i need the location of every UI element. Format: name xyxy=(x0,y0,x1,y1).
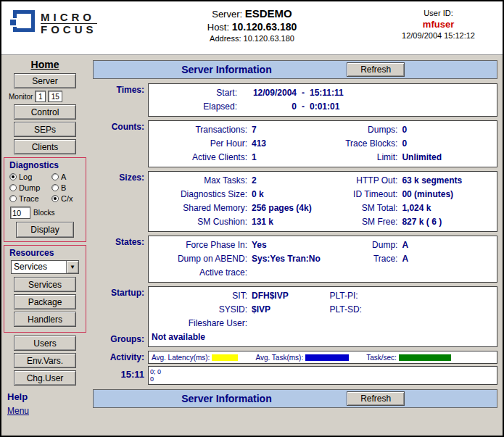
server-identity-block: Server: ESDEMO Host: 10.120.63.180 Addre… xyxy=(207,7,297,43)
stat-sm-total: SM Total:1,024 k xyxy=(329,201,494,215)
server-button[interactable]: Server xyxy=(14,73,76,88)
legend-task-sec: Task/sec: xyxy=(366,354,451,362)
diagnostics-title: Diagnostics xyxy=(9,160,84,170)
clients-button[interactable]: Clients xyxy=(14,139,76,154)
start-separator: - xyxy=(297,88,310,98)
blocks-input[interactable] xyxy=(10,207,30,219)
stat-dumps: Dumps:0 xyxy=(329,123,494,137)
latency-color-swatch xyxy=(212,354,238,361)
stat-sm-cushion: SM Cushion:131 k xyxy=(152,215,329,229)
logo-wordmark: MICRO FOCUS xyxy=(41,12,97,36)
panel-footer-bar: Server Information Refresh xyxy=(93,389,497,408)
package-button[interactable]: Package xyxy=(14,294,76,309)
home-link[interactable]: Home xyxy=(1,59,88,70)
radio-cx-icon[interactable] xyxy=(51,195,59,202)
microfocus-logo: MICRO FOCUS xyxy=(9,10,97,36)
envvars-button[interactable]: Env.Vars. xyxy=(14,353,76,368)
stat-sysid: SYSID:$IVP xyxy=(152,303,329,317)
radio-b-icon[interactable] xyxy=(51,184,59,191)
elapsed-time: 0:01:01 xyxy=(310,101,339,112)
radio-log-icon[interactable] xyxy=(9,173,17,180)
stat-shared-memory: Shared Memory:256 pages (4k) xyxy=(152,201,329,215)
stat-plt-pi: PLT-PI: xyxy=(329,289,494,303)
address-line: Address: 10.120.63.180 xyxy=(207,34,297,43)
server-label: Server: xyxy=(212,9,242,20)
counts-box: Transactions:7 Per Hour:413 Active Clien… xyxy=(148,120,497,167)
blocks-row: Blocks xyxy=(10,207,84,219)
logo-square-solid xyxy=(9,18,17,27)
activity-time: 15:11 xyxy=(93,366,148,385)
users-button[interactable]: Users xyxy=(14,336,76,351)
stat-per-hour: Per Hour:413 xyxy=(152,137,329,151)
startup-row: Startup: Groups: SIT:DFH$IVP SYSID:$IVP … xyxy=(93,286,497,347)
control-button[interactable]: Control xyxy=(14,104,76,120)
radio-dump-label: Dump xyxy=(19,183,40,192)
handlers-button[interactable]: Handlers xyxy=(14,312,76,327)
radio-trace[interactable]: Trace xyxy=(9,194,51,203)
radio-trace-icon[interactable] xyxy=(9,195,17,202)
services-button[interactable]: Services xyxy=(14,277,76,292)
radio-dump-icon[interactable] xyxy=(9,184,17,191)
radio-dump[interactable]: Dump xyxy=(9,183,51,192)
stat-dump-state: Dump:A xyxy=(329,238,494,252)
resources-dropdown-value: Services xyxy=(12,261,66,273)
monitor-count-input[interactable] xyxy=(48,91,62,102)
panel-title: Server Information xyxy=(181,64,271,75)
stat-max-tasks: Max Tasks:2 xyxy=(152,174,329,188)
activity-row: Activity: Avg. Latency(ms): Avg. Task(ms… xyxy=(93,351,497,364)
user-block: User ID: mfuser 12/09/2004 15:12:12 xyxy=(402,9,475,40)
times-box: Start:12/09/2004-15:11:11 Elapsed:0-0:01… xyxy=(148,83,497,117)
activity-value-line1: 0; 0 xyxy=(150,368,495,375)
user-id-value: mfuser xyxy=(402,19,475,30)
radio-cx[interactable]: C/x xyxy=(51,194,84,203)
stat-active-clients: Active Clients:1 xyxy=(152,151,329,165)
task-ms-color-swatch xyxy=(305,354,349,361)
stat-active-trace: Active trace: xyxy=(152,266,329,280)
stat-trace-blocks: Trace Blocks:0 xyxy=(329,137,494,151)
header: MICRO FOCUS Server: ESDEMO Host: 10.120.… xyxy=(1,1,503,55)
sizes-box: Max Tasks:2 Diagnostics Size:0 k Shared … xyxy=(148,171,497,232)
menu-link[interactable]: Menu xyxy=(7,406,29,416)
stat-sm-free: SM Free:827 k ( 6 ) xyxy=(329,215,494,229)
radio-b[interactable]: B xyxy=(51,183,84,192)
stat-diagnostics-size: Diagnostics Size:0 k xyxy=(152,188,329,201)
activity-label: Activity: xyxy=(93,351,148,364)
seps-button[interactable]: SEPs xyxy=(14,122,76,137)
stat-plt-sd: PLT-SD: xyxy=(329,303,494,317)
states-row: States: Force Phase In:Yes Dump on ABEND… xyxy=(93,236,497,283)
monitor-row: Monitor xyxy=(9,91,88,102)
monitor-interval-input[interactable] xyxy=(35,91,46,102)
legend-task-ms: Avg. Task(ms): xyxy=(255,354,349,362)
activity-sample-row: 15:11 0; 0 0 xyxy=(93,366,497,385)
radio-log[interactable]: Log xyxy=(9,172,51,181)
chevron-down-icon[interactable]: ▼ xyxy=(66,261,78,273)
counts-row: Counts: Transactions:7 Per Hour:413 Acti… xyxy=(93,120,497,167)
legend-latency: Avg. Latency(ms): xyxy=(152,354,238,362)
radio-log-label: Log xyxy=(19,172,32,181)
elapsed-label: Elapsed: xyxy=(152,100,244,114)
start-time: 15:11:11 xyxy=(310,88,344,98)
user-id-label: User ID: xyxy=(402,9,475,17)
panel-header-bar: Server Information Refresh xyxy=(93,60,497,79)
radio-trace-label: Trace xyxy=(19,194,39,203)
stat-sit: SIT:DFH$IVP xyxy=(152,289,329,303)
elapsed-time-line: Elapsed:0-0:01:01 xyxy=(152,100,494,114)
chguser-button[interactable]: Chg.User xyxy=(14,370,76,386)
refresh-button-bottom[interactable]: Refresh xyxy=(347,391,405,406)
stat-force-phase-in: Force Phase In:Yes xyxy=(152,238,329,252)
server-name: ESDEMO xyxy=(245,7,292,20)
diagnostics-radio-grid: Log A Dump B xyxy=(9,172,84,203)
radio-a[interactable]: A xyxy=(51,172,84,181)
display-button[interactable]: Display xyxy=(16,222,74,238)
server-line: Server: ESDEMO xyxy=(207,7,297,20)
stat-limit: Limit:Unlimited xyxy=(329,151,494,165)
activity-legend-box: Avg. Latency(ms): Avg. Task(ms): Task/se… xyxy=(148,351,497,364)
radio-a-icon[interactable] xyxy=(51,173,59,180)
refresh-button[interactable]: Refresh xyxy=(347,62,405,77)
times-row: Times: Start:12/09/2004-15:11:11 Elapsed… xyxy=(93,83,497,117)
resources-dropdown[interactable]: Services ▼ xyxy=(11,260,79,274)
resources-title: Resources xyxy=(9,248,84,258)
times-label: Times: xyxy=(93,83,148,117)
elapsed-days: 0 xyxy=(244,100,297,114)
activity-value-line2: 0 xyxy=(150,375,495,383)
